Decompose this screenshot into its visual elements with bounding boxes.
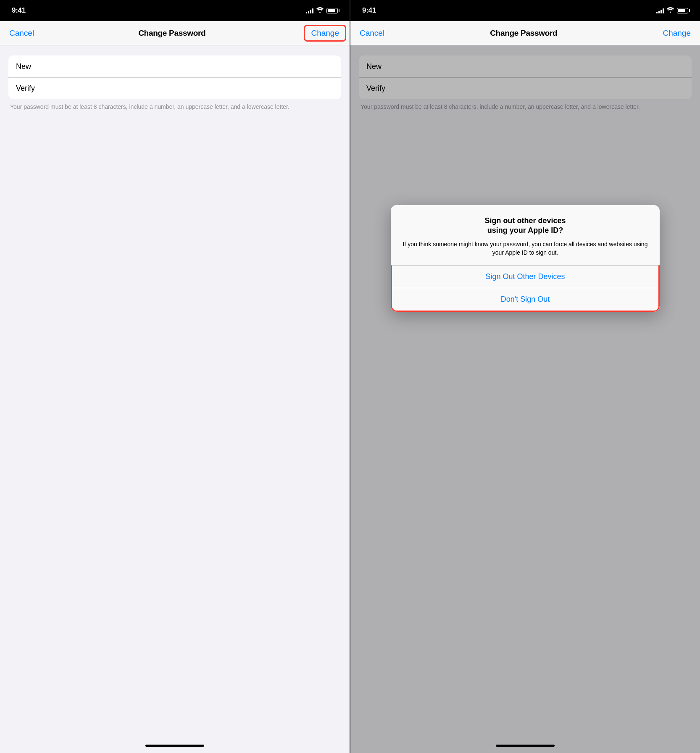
left-verify-label: Verify <box>16 84 122 93</box>
left-form-card: New Verify <box>8 55 341 99</box>
left-home-indicator <box>0 738 350 753</box>
left-new-input[interactable] <box>122 62 334 71</box>
battery-icon <box>326 8 338 13</box>
svg-point-1 <box>670 12 671 13</box>
left-new-label: New <box>16 62 122 71</box>
left-status-bar: 9:41 <box>0 0 350 21</box>
right-cancel-button[interactable]: Cancel <box>360 29 384 38</box>
left-new-row[interactable]: New <box>8 55 341 77</box>
wifi-icon <box>316 7 324 14</box>
left-phone-panel: 9:41 Cancel Change Password Ch <box>0 0 350 753</box>
dialog-message: If you think someone might know your pas… <box>401 240 650 257</box>
dont-sign-out-button[interactable]: Don't Sign Out <box>392 288 658 311</box>
right-phone-panel: 9:41 Cancel Change Password Ch <box>350 0 700 753</box>
dialog-title: Sign out other devicesusing your Apple I… <box>401 216 650 236</box>
right-change-button[interactable]: Change <box>663 29 691 38</box>
right-status-icons <box>656 7 688 14</box>
right-signal-bars-icon <box>656 8 664 13</box>
left-change-button[interactable]: Change <box>304 25 346 42</box>
left-home-bar <box>145 745 204 747</box>
sign-out-other-devices-button[interactable]: Sign Out Other Devices <box>392 266 658 288</box>
left-status-time: 9:41 <box>12 6 26 15</box>
dialog-container: Sign out other devicesusing your Apple I… <box>350 45 700 753</box>
left-cancel-button[interactable]: Cancel <box>9 29 34 38</box>
dialog-content: Sign out other devicesusing your Apple I… <box>391 205 660 265</box>
right-status-time: 9:41 <box>362 6 376 15</box>
right-home-indicator <box>350 738 700 753</box>
right-battery-icon <box>677 8 688 13</box>
left-nav-title: Change Password <box>138 29 205 38</box>
left-hint-text: Your password must be at least 8 charact… <box>8 103 341 111</box>
right-home-bar <box>496 745 555 747</box>
right-nav-bar: Cancel Change Password Change <box>350 21 700 45</box>
signal-bars-icon <box>306 8 313 13</box>
sign-out-dialog: Sign out other devicesusing your Apple I… <box>391 205 660 312</box>
dialog-actions: Sign Out Other Devices Don't Sign Out <box>391 265 660 312</box>
left-verify-row[interactable]: Verify <box>8 77 341 99</box>
left-status-icons <box>306 7 338 14</box>
left-nav-bar: Cancel Change Password Change <box>0 21 350 45</box>
right-content-wrapper: New Verify Your password must be at leas… <box>350 45 700 753</box>
right-nav-title: Change Password <box>490 29 557 38</box>
svg-point-0 <box>319 12 321 13</box>
right-status-bar: 9:41 <box>350 0 700 21</box>
left-content: New Verify Your password must be at leas… <box>0 45 350 738</box>
left-verify-input[interactable] <box>122 84 334 93</box>
right-wifi-icon <box>667 7 674 14</box>
